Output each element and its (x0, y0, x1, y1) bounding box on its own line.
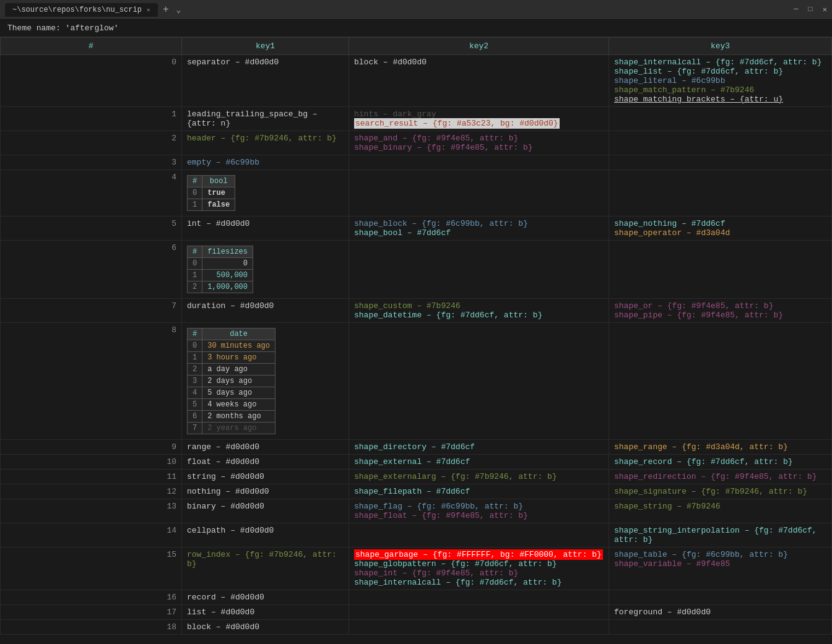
col-index-header: # (1, 38, 182, 55)
dropdown-button[interactable]: ⌄ (173, 5, 183, 15)
col1-header: key1 (182, 38, 349, 55)
row-18-num: 18 (1, 620, 182, 635)
date-row-5: 5 4 weeks ago (188, 399, 275, 411)
table-row: 15 row_index – {fg: #7b9246, attr: b} sh… (1, 547, 832, 590)
filesizes-col-label: filesizes (202, 246, 253, 258)
row-10-col3: shape_record – {fg: #7dd6cf, attr: b} (609, 455, 832, 470)
row-3-col3 (609, 155, 832, 170)
row-15-col3: shape_table – {fg: #6c99bb, attr: b} sha… (609, 547, 832, 590)
row-2-num: 2 (1, 131, 182, 155)
row-16-col1: record – #d0d0d0 (182, 590, 349, 605)
row-12-col1: nothing – #d0d0d0 (182, 484, 349, 499)
restore-button[interactable]: □ (808, 5, 813, 14)
row-2-col2: shape_and – {fg: #9f4e85, attr: b} shape… (349, 131, 609, 155)
row-6-col2 (349, 241, 609, 299)
row-1-col2: hints – dark_gray search_result – {fg: #… (349, 107, 609, 131)
row-9-num: 9 (1, 440, 182, 455)
bool-row-0: 0 true (188, 187, 235, 199)
table-row: 4 # bool 0 true (1, 170, 832, 217)
row-17-num: 17 (1, 605, 182, 620)
row-17-col1: list – #d0d0d0 (182, 605, 349, 620)
table-row: 9 range – #d0d0d0 shape_directory – #7dd… (1, 440, 832, 455)
row-15-col2: shape_garbage – {fg: #FFFFFF, bg: #FF000… (349, 547, 609, 590)
row-0-num: 0 (1, 55, 182, 107)
row-9-col3: shape_range – {fg: #d3a04d, attr: b} (609, 440, 832, 455)
row-16-col2 (349, 590, 609, 605)
row-16-num: 16 (1, 590, 182, 605)
date-row-1: 1 3 hours ago (188, 352, 275, 364)
date-row-3: 3 2 days ago (188, 376, 275, 387)
row-8-col1: # date 0 30 minutes ago 1 3 hours (182, 323, 349, 440)
table-row: 3 empty – #6c99bb (1, 155, 832, 170)
date-row-4: 4 5 days ago (188, 387, 275, 399)
row-14-col2 (349, 523, 609, 547)
row-5-col2: shape_block – {fg: #6c99bb, attr: b} sha… (349, 217, 609, 241)
date-col-label: date (202, 328, 275, 340)
row-14-col3: shape_string_interpolation – {fg: #7dd6c… (609, 523, 832, 547)
filesizes-row-0: 0 0 (188, 258, 253, 270)
row-4-col3 (609, 170, 832, 217)
date-col-hash: # (188, 328, 202, 340)
main-content[interactable]: # key1 key2 key3 0 separator – #d0d0d0 b… (0, 37, 832, 635)
table-row: 6 # filesizes 0 0 (1, 241, 832, 299)
filesizes-row-2: 2 1,000,000 (188, 281, 253, 293)
row-4-num: 4 (1, 170, 182, 217)
row-4-col1: # bool 0 true 1 false (182, 170, 349, 217)
close-tab-button[interactable]: ✕ (147, 6, 150, 14)
row-7-col1: duration – #d0d0d0 (182, 299, 349, 323)
row-11-col1: string – #d0d0d0 (182, 470, 349, 484)
row-9-col1: range – #d0d0d0 (182, 440, 349, 455)
table-row: 8 # date 0 30 minutes ago (1, 323, 832, 440)
table-row: 17 list – #d0d0d0 foreground – #d0d0d0 (1, 605, 832, 620)
minimize-button[interactable]: — (794, 5, 798, 14)
date-row-0: 0 30 minutes ago (188, 340, 275, 352)
row-10-col2: shape_external – #7dd6cf (349, 455, 609, 470)
row-15-num: 15 (1, 547, 182, 590)
row-1-num: 1 (1, 107, 182, 131)
row-15-col1: row_index – {fg: #7b9246, attr: b} (182, 547, 349, 590)
row-18-col3 (609, 620, 832, 635)
terminal-tab[interactable]: ~\source\repos\forks\nu_scrip ✕ (5, 3, 158, 17)
bool-col-bool: bool (202, 176, 235, 187)
row-6-num: 6 (1, 241, 182, 299)
row-18-col1: block – #d0d0d0 (182, 620, 349, 635)
theme-name-line: Theme name: 'afterglow' (0, 20, 832, 37)
row-13-col2: shape_flag – {fg: #6c99bb, attr: b} shap… (349, 499, 609, 523)
row-10-col1: float – #d0d0d0 (182, 455, 349, 470)
row-5-col3: shape_nothing – #7dd6cf shape_operator –… (609, 217, 832, 241)
tab-label: ~\source\repos\forks\nu_scrip (12, 6, 142, 14)
date-table: # date 0 30 minutes ago 1 3 hours (187, 328, 275, 434)
table-row: 13 binary – #d0d0d0 shape_flag – {fg: #6… (1, 499, 832, 523)
row-0-col1: separator – #d0d0d0 (182, 55, 349, 107)
table-row: 11 string – #d0d0d0 shape_externalarg – … (1, 470, 832, 484)
row-17-col2 (349, 605, 609, 620)
row-2-col1: header – {fg: #7b9246, attr: b} (182, 131, 349, 155)
table-row: 0 separator – #d0d0d0 block – #d0d0d0 sh… (1, 55, 832, 107)
row-16-col3 (609, 590, 832, 605)
row-14-col1: cellpath – #d0d0d0 (182, 523, 349, 547)
close-button[interactable]: ✕ (823, 5, 827, 14)
row-7-col2: shape_custom – #7b9246 shape_datetime – … (349, 299, 609, 323)
row-11-col2: shape_externalarg – {fg: #7b9246, attr: … (349, 470, 609, 484)
row-13-num: 13 (1, 499, 182, 523)
row-11-col3: shape_redirection – {fg: #9f4e85, attr: … (609, 470, 832, 484)
filesizes-table: # filesizes 0 0 1 500,000 (187, 246, 253, 293)
filesizes-row-1: 1 500,000 (188, 270, 253, 281)
row-0-col2: block – #d0d0d0 (349, 55, 609, 107)
date-row-6: 6 2 months ago (188, 411, 275, 423)
row-9-col2: shape_directory – #7dd6cf (349, 440, 609, 455)
row-3-num: 3 (1, 155, 182, 170)
row-17-col3: foreground – #d0d0d0 (609, 605, 832, 620)
new-tab-button[interactable]: + (158, 2, 174, 18)
row-3-col1: empty – #6c99bb (182, 155, 349, 170)
table-row: 14 cellpath – #d0d0d0 shape_string_inter… (1, 523, 832, 547)
filesizes-col-hash: # (188, 246, 202, 258)
row-5-num: 5 (1, 217, 182, 241)
date-row-7: 7 2 years ago (188, 423, 275, 434)
row-3-col2 (349, 155, 609, 170)
table-row: 18 block – #d0d0d0 (1, 620, 832, 635)
col3-header: key3 (609, 38, 832, 55)
titlebar: ~\source\repos\forks\nu_scrip ✕ + ⌄ — □ … (0, 0, 832, 20)
row-8-col3 (609, 323, 832, 440)
row-10-num: 10 (1, 455, 182, 470)
